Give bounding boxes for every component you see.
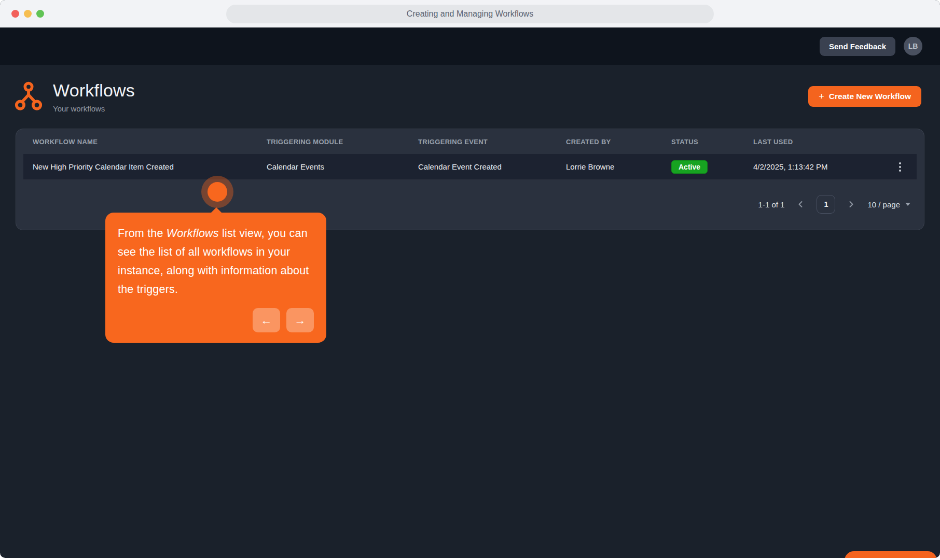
cell-last-used: 4/2/2025, 1:13:42 PM xyxy=(753,162,882,171)
tour-beacon[interactable] xyxy=(208,182,227,202)
tab-title: Creating and Managing Workflows xyxy=(407,9,533,19)
page-size-value: 10 / page xyxy=(867,200,900,209)
page-header: Workflows Your workflows + Create New Wo… xyxy=(0,65,940,128)
window-controls xyxy=(11,0,44,27)
send-feedback-button[interactable]: Send Feedback xyxy=(820,37,895,56)
cell-triggering-module: Calendar Events xyxy=(267,162,418,171)
row-actions-kebab-icon[interactable] xyxy=(893,159,907,175)
close-window-button[interactable] xyxy=(11,10,19,18)
avatar[interactable]: LB xyxy=(904,37,922,55)
question-circle-icon: ? xyxy=(853,558,863,558)
page-title: Workflows xyxy=(53,80,135,101)
help-questions-button[interactable]: ? Questions? xyxy=(845,551,937,558)
create-new-workflow-button[interactable]: + Create New Workflow xyxy=(808,86,921,107)
cell-workflow-name: New High Priority Calendar Item Created xyxy=(33,162,267,171)
zoom-window-button[interactable] xyxy=(36,10,44,18)
cell-created-by: Lorrie Browne xyxy=(566,162,671,171)
table-row[interactable]: New High Priority Calendar Item Created … xyxy=(23,154,917,180)
tour-back-button[interactable]: ← xyxy=(253,308,280,332)
tour-next-button[interactable]: → xyxy=(286,308,314,332)
arrow-right-icon: → xyxy=(295,314,306,327)
tour-nav-buttons: ← → xyxy=(118,308,314,332)
column-header-workflow-name: WORKFLOW NAME xyxy=(33,138,267,146)
previous-page-button[interactable] xyxy=(794,198,807,211)
page-titles: Workflows Your workflows xyxy=(53,80,135,113)
app-topbar: Send Feedback LB xyxy=(0,27,940,65)
plus-icon: + xyxy=(819,92,824,101)
minimize-window-button[interactable] xyxy=(24,10,32,18)
column-header-last-used: LAST USED xyxy=(753,138,882,146)
table-header-row: WORKFLOW NAME TRIGGERING MODULE TRIGGERI… xyxy=(16,129,924,154)
status-badge: Active xyxy=(671,160,708,174)
workflows-icon xyxy=(15,81,43,111)
tour-tooltip-text: From the Workflows list view, you can se… xyxy=(118,224,314,299)
pagination-range: 1-1 of 1 xyxy=(758,200,785,209)
column-header-triggering-event: TRIGGERING EVENT xyxy=(418,138,566,146)
chevron-left-icon xyxy=(797,201,804,208)
column-header-triggering-module: TRIGGERING MODULE xyxy=(267,138,418,146)
page-number-button[interactable]: 1 xyxy=(817,195,835,214)
column-header-status: STATUS xyxy=(671,138,753,146)
page-size-select[interactable]: 10 / page xyxy=(867,200,910,209)
page-subtitle: Your workflows xyxy=(53,104,135,113)
arrow-left-icon: ← xyxy=(261,314,272,327)
next-page-button[interactable] xyxy=(845,198,858,211)
address-bar[interactable]: Creating and Managing Workflows xyxy=(226,5,714,23)
column-header-created-by: CREATED BY xyxy=(566,138,671,146)
browser-titlebar: Creating and Managing Workflows xyxy=(0,0,940,27)
browser-window: Creating and Managing Workflows Send Fee… xyxy=(0,0,940,558)
create-new-workflow-label: Create New Workflow xyxy=(829,92,911,101)
tour-tooltip: From the Workflows list view, you can se… xyxy=(105,213,326,343)
cell-triggering-event: Calendar Event Created xyxy=(418,162,566,171)
chevron-down-icon xyxy=(905,203,910,206)
chevron-right-icon xyxy=(848,201,854,208)
